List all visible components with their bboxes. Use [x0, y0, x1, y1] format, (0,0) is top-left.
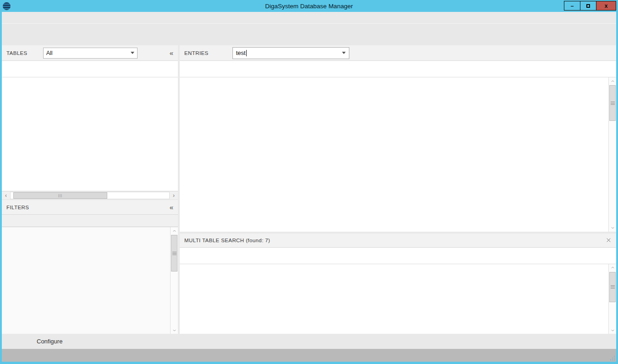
- scroll-up-icon[interactable]: [171, 227, 178, 234]
- tables-panel-title: TABLES: [6, 50, 28, 56]
- collapse-panel-icon[interactable]: «: [170, 49, 173, 57]
- scrollbar-thumb[interactable]: [609, 85, 616, 121]
- window-title: DigaSystem Database Manager: [0, 3, 618, 10]
- scroll-down-icon[interactable]: [171, 326, 178, 334]
- filters-panel-title: FILTERS: [6, 205, 29, 210]
- multi-search-title: MULTI TABLE SEARCH (found: 7): [184, 238, 270, 243]
- tables-filter-value: All: [46, 50, 131, 56]
- title-bar: DigaSystem Database Manager – x: [0, 0, 618, 12]
- tables-filter-dropdown[interactable]: All: [43, 48, 138, 59]
- multi-column-header: [180, 248, 616, 264]
- scroll-down-icon[interactable]: [609, 326, 616, 334]
- scroll-up-icon[interactable]: [609, 264, 616, 272]
- search-value: test: [236, 49, 246, 56]
- scroll-right-icon[interactable]: ›: [170, 192, 178, 199]
- close-icon[interactable]: [606, 237, 612, 243]
- minimize-button[interactable]: –: [564, 1, 580, 11]
- entries-search-input[interactable]: test: [232, 47, 349, 59]
- scrollbar-thumb[interactable]: [171, 235, 177, 272]
- filters-panel: FILTERS «: [2, 200, 178, 334]
- chevron-down-icon: [131, 52, 134, 54]
- filters-tree: [2, 227, 178, 230]
- scroll-down-icon[interactable]: [609, 224, 616, 232]
- close-button[interactable]: x: [596, 1, 616, 11]
- entries-panel: ENTRIES test: [180, 45, 616, 232]
- tables-panel: TABLES All « ‹ ||| ›: [2, 45, 178, 199]
- configure-button[interactable]: Configure: [33, 338, 62, 345]
- scroll-left-icon[interactable]: ‹: [2, 192, 10, 199]
- scrollbar-thumb[interactable]: |||: [13, 192, 107, 199]
- collapse-panel-icon[interactable]: «: [170, 203, 173, 211]
- scroll-up-icon[interactable]: [609, 77, 616, 85]
- multi-scrollbar[interactable]: [608, 264, 616, 334]
- multi-table-search-panel: MULTI TABLE SEARCH (found: 7): [180, 234, 616, 334]
- filters-scrollbar[interactable]: [170, 227, 178, 334]
- chevron-down-icon: [342, 52, 346, 54]
- menu-bar: [2, 12, 616, 24]
- text-cursor: [246, 50, 247, 56]
- tables-column-header: [2, 61, 178, 77]
- tables-list: [2, 77, 178, 191]
- app-window: DigaSystem Database Manager – x TABLES A…: [0, 0, 618, 364]
- entries-scrollbar[interactable]: [608, 77, 616, 232]
- tables-horizontal-scrollbar[interactable]: ‹ ||| ›: [2, 191, 178, 199]
- entries-column-header: [180, 61, 616, 77]
- scrollbar-thumb[interactable]: [609, 272, 616, 302]
- maximize-button[interactable]: [580, 1, 596, 11]
- quick-button-bar: Configure: [2, 334, 616, 349]
- filters-tabbar: [2, 215, 178, 227]
- resize-grip[interactable]: [610, 356, 615, 360]
- configure-label: Configure: [37, 338, 62, 345]
- status-bar: [2, 349, 616, 362]
- entries-panel-title: ENTRIES: [184, 50, 209, 56]
- toolbar: [2, 24, 616, 45]
